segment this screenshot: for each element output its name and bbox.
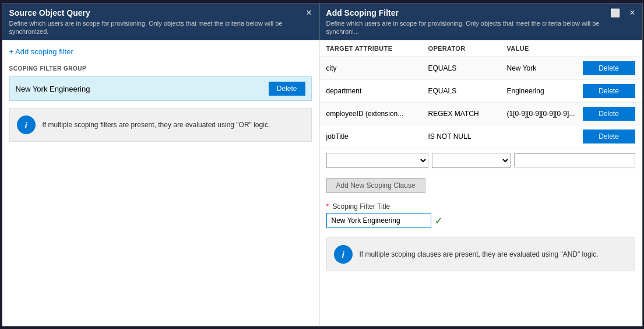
left-panel-subtitle: Define which users are in scope for prov… bbox=[9, 19, 302, 36]
right-panel-body: TARGET ATTRIBUTE OPERATOR VALUE city EQU… bbox=[319, 40, 642, 326]
value-input[interactable] bbox=[514, 153, 635, 167]
right-panel-minimize-button[interactable]: ⬜ bbox=[609, 8, 621, 18]
cell-operator-4: IS NOT NULL bbox=[428, 132, 507, 141]
row-1-delete-button[interactable]: Delete bbox=[583, 61, 635, 75]
attribute-select[interactable] bbox=[326, 153, 428, 168]
right-panel-close-button[interactable]: × bbox=[625, 8, 635, 18]
cell-attribute-4: jobTitle bbox=[326, 132, 428, 141]
left-info-box: i If multiple scoping filters are presen… bbox=[9, 108, 312, 142]
add-new-scoping-clause-button[interactable]: Add New Scoping Clause bbox=[326, 178, 425, 193]
table-row: employeeID (extension... REGEX MATCH (1[… bbox=[319, 103, 642, 125]
col-value: VALUE bbox=[507, 45, 583, 52]
row-2-delete-button[interactable]: Delete bbox=[583, 84, 635, 98]
scoping-filter-group-label: SCOPING FILTER GROUP bbox=[9, 65, 312, 72]
table-row: city EQUALS New York Delete bbox=[319, 57, 642, 80]
cell-attribute-3: employeeID (extension... bbox=[326, 110, 428, 118]
col-operator: OPERATOR bbox=[428, 45, 507, 52]
info-icon-right: i bbox=[334, 245, 353, 264]
table-row: jobTitle IS NOT NULL Delete bbox=[319, 125, 642, 148]
right-panel-subtitle: Define which users are in scope for prov… bbox=[326, 19, 610, 36]
right-panel-header: Add Scoping Filter Define which users ar… bbox=[319, 4, 642, 41]
required-star: * bbox=[326, 202, 329, 211]
cell-operator-3: REGEX MATCH bbox=[428, 110, 507, 118]
left-panel-body: + Add scoping filter SCOPING FILTER GROU… bbox=[2, 40, 319, 326]
add-scoping-filter-link[interactable]: + Add scoping filter bbox=[9, 47, 312, 56]
add-clause-btn-row: Add New Scoping Clause bbox=[319, 173, 642, 198]
scoping-filter-title-label: Scoping Filter Title bbox=[333, 202, 390, 211]
left-panel: Source Object Query Define which users a… bbox=[2, 4, 319, 326]
operator-select[interactable] bbox=[432, 153, 511, 168]
right-panel-title: Add Scoping Filter bbox=[326, 8, 610, 18]
cell-attribute-1: city bbox=[326, 64, 428, 72]
left-panel-title: Source Object Query bbox=[9, 8, 302, 18]
table-header-row: TARGET ATTRIBUTE OPERATOR VALUE bbox=[319, 40, 642, 57]
left-panel-close-button[interactable]: × bbox=[301, 8, 311, 18]
info-icon-left: i bbox=[17, 116, 36, 134]
cell-operator-1: EQUALS bbox=[428, 64, 507, 72]
right-info-box: i If multiple scoping clauses are presen… bbox=[326, 237, 635, 271]
filter-group-delete-button[interactable]: Delete bbox=[269, 82, 305, 96]
cell-value-2: Engineering bbox=[507, 87, 583, 95]
right-panel: Add Scoping Filter Define which users ar… bbox=[319, 4, 642, 326]
cell-value-3: (1[0-9][0-9][0-9][0-9]... bbox=[507, 110, 583, 118]
scoping-filter-title-input[interactable] bbox=[326, 213, 431, 228]
scoping-title-section: * Scoping Filter Title ✓ bbox=[319, 198, 642, 230]
row-4-delete-button[interactable]: Delete bbox=[583, 130, 635, 144]
filter-group-row: New York Engineering Delete bbox=[9, 76, 312, 101]
add-clause-row bbox=[319, 148, 642, 173]
left-panel-header: Source Object Query Define which users a… bbox=[2, 4, 319, 41]
filter-group-name: New York Engineering bbox=[16, 85, 90, 93]
cell-value-1: New York bbox=[507, 64, 583, 72]
col-action bbox=[583, 45, 635, 52]
cell-attribute-2: department bbox=[326, 87, 428, 95]
check-icon: ✓ bbox=[435, 215, 442, 226]
cell-operator-2: EQUALS bbox=[428, 87, 507, 95]
row-3-delete-button[interactable]: Delete bbox=[583, 107, 635, 121]
left-info-text: If multiple scoping filters are present,… bbox=[43, 120, 270, 130]
table-row: department EQUALS Engineering Delete bbox=[319, 80, 642, 103]
required-label: * Scoping Filter Title bbox=[326, 202, 635, 211]
col-target-attribute: TARGET ATTRIBUTE bbox=[326, 45, 428, 52]
right-info-text: If multiple scoping clauses are present,… bbox=[360, 250, 599, 260]
